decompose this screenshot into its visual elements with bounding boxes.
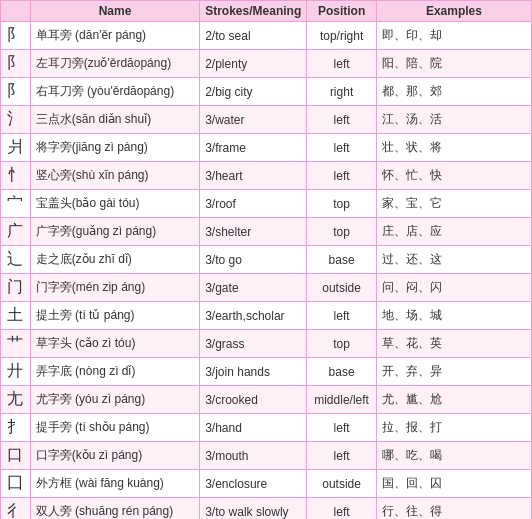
radical-position: left <box>307 442 377 470</box>
radical-name: 将字旁(jiāng zì páng) <box>30 134 199 162</box>
radical-position: left <box>307 498 377 520</box>
radical-examples: 问、闷、闪 <box>376 274 531 302</box>
radical-examples: 都、那、郊 <box>376 78 531 106</box>
radical-position: top <box>307 330 377 358</box>
col-header-strokes: Strokes/Meaning <box>200 1 307 22</box>
radical-examples: 怀、忙、快 <box>376 162 531 190</box>
radical-position: left <box>307 414 377 442</box>
radical-char: 辶 <box>1 246 31 274</box>
radical-strokes: 3/crooked <box>200 386 307 414</box>
radical-name: 弄字底 (nòng zì dǐ) <box>30 358 199 386</box>
radical-examples: 草、花、英 <box>376 330 531 358</box>
radical-examples: 即、印、却 <box>376 22 531 50</box>
radical-strokes: 3/mouth <box>200 442 307 470</box>
radical-examples: 江、汤、活 <box>376 106 531 134</box>
radical-char: 阝 <box>1 50 31 78</box>
radical-examples: 尤、尴、尬 <box>376 386 531 414</box>
radical-char: 门 <box>1 274 31 302</box>
table-row: 广广字旁(guǎng zì páng)3/sheltertop庄、店、应 <box>1 218 532 246</box>
col-header-examples: Examples <box>376 1 531 22</box>
radical-char: 氵 <box>1 106 31 134</box>
radical-strokes: 3/join hands <box>200 358 307 386</box>
table-row: 尢尤字旁 (yóu zì páng)3/crookedmiddle/left尤、… <box>1 386 532 414</box>
radicals-table: Name Strokes/Meaning Position Examples 阝… <box>0 0 532 519</box>
radical-name: 左耳刀旁(zuǒ'ěrdāopáng) <box>30 50 199 78</box>
radical-char: 彳 <box>1 498 31 520</box>
radical-examples: 拉、报、打 <box>376 414 531 442</box>
radical-strokes: 3/enclosure <box>200 470 307 498</box>
radical-char: 阝 <box>1 22 31 50</box>
radical-name: 广字旁(guǎng zì páng) <box>30 218 199 246</box>
radical-name: 外方框 (wài fāng kuàng) <box>30 470 199 498</box>
table-row: 氵三点水(sān diǎn shuǐ)3/waterleft江、汤、活 <box>1 106 532 134</box>
table-row: 彳双人旁 (shuāng rén páng)3/to walk slowlyle… <box>1 498 532 520</box>
table-row: 阝左耳刀旁(zuǒ'ěrdāopáng)2/plentyleft阳、陪、院 <box>1 50 532 78</box>
table-row: 廾弄字底 (nòng zì dǐ)3/join handsbase开、弃、异 <box>1 358 532 386</box>
radical-position: left <box>307 162 377 190</box>
radical-char: 扌 <box>1 414 31 442</box>
radical-strokes: 3/water <box>200 106 307 134</box>
radical-examples: 哪、吃、喝 <box>376 442 531 470</box>
radical-strokes: 3/roof <box>200 190 307 218</box>
table-row: 忄竖心旁(shù xīn páng)3/heartleft怀、忙、快 <box>1 162 532 190</box>
table-row: 爿将字旁(jiāng zì páng)3/frameleft壮、状、将 <box>1 134 532 162</box>
radical-char: 尢 <box>1 386 31 414</box>
table-row: 辶走之底(zǒu zhī dǐ)3/to gobase过、还、这 <box>1 246 532 274</box>
radical-char: 囗 <box>1 470 31 498</box>
col-header-char <box>1 1 31 22</box>
radical-name: 竖心旁(shù xīn páng) <box>30 162 199 190</box>
radical-char: 口 <box>1 442 31 470</box>
radical-name: 提手旁 (tí shǒu páng) <box>30 414 199 442</box>
radical-name: 双人旁 (shuāng rén páng) <box>30 498 199 520</box>
table-row: 门门字旁(mén zip áng)3/gateoutside问、闷、闪 <box>1 274 532 302</box>
radical-strokes: 3/heart <box>200 162 307 190</box>
radical-name: 宝盖头(bǎo gài tóu) <box>30 190 199 218</box>
radical-name: 尤字旁 (yóu zì páng) <box>30 386 199 414</box>
radical-strokes: 3/earth,scholar <box>200 302 307 330</box>
table-row: 囗外方框 (wài fāng kuàng)3/enclosureoutside国… <box>1 470 532 498</box>
radical-char: 爿 <box>1 134 31 162</box>
radical-name: 提土旁 (tí tǔ páng) <box>30 302 199 330</box>
radical-char: 忄 <box>1 162 31 190</box>
col-header-position: Position <box>307 1 377 22</box>
radical-examples: 过、还、这 <box>376 246 531 274</box>
radical-strokes: 2/big city <box>200 78 307 106</box>
radical-name: 草字头 (cǎo zì tóu) <box>30 330 199 358</box>
radical-position: outside <box>307 274 377 302</box>
radical-strokes: 2/to seal <box>200 22 307 50</box>
radical-position: top <box>307 218 377 246</box>
table-row: 口口字旁(kǒu zì páng)3/mouthleft哪、吃、喝 <box>1 442 532 470</box>
radical-name: 三点水(sān diǎn shuǐ) <box>30 106 199 134</box>
radical-examples: 壮、状、将 <box>376 134 531 162</box>
radical-strokes: 3/gate <box>200 274 307 302</box>
radical-name: 右耳刀旁 (yòu'ěrdāopáng) <box>30 78 199 106</box>
radical-examples: 家、宝、它 <box>376 190 531 218</box>
radical-char: 广 <box>1 218 31 246</box>
radical-position: left <box>307 106 377 134</box>
radical-position: left <box>307 134 377 162</box>
radical-examples: 行、往、得 <box>376 498 531 520</box>
radical-position: right <box>307 78 377 106</box>
radical-name: 口字旁(kǒu zì páng) <box>30 442 199 470</box>
radical-name: 门字旁(mén zip áng) <box>30 274 199 302</box>
radical-strokes: 3/to walk slowly <box>200 498 307 520</box>
radical-examples: 庄、店、应 <box>376 218 531 246</box>
radical-strokes: 3/grass <box>200 330 307 358</box>
radical-name: 单耳旁 (dān'ěr páng) <box>30 22 199 50</box>
radical-char: 土 <box>1 302 31 330</box>
radical-position: outside <box>307 470 377 498</box>
radical-examples: 国、回、囚 <box>376 470 531 498</box>
radical-strokes: 3/to go <box>200 246 307 274</box>
table-row: 土提土旁 (tí tǔ páng)3/earth,scholarleft地、场、… <box>1 302 532 330</box>
radical-position: top <box>307 190 377 218</box>
table-row: 宀宝盖头(bǎo gài tóu)3/rooftop家、宝、它 <box>1 190 532 218</box>
table-row: 阝右耳刀旁 (yòu'ěrdāopáng)2/big cityright都、那、… <box>1 78 532 106</box>
radical-strokes: 2/plenty <box>200 50 307 78</box>
table-row: 阝单耳旁 (dān'ěr páng)2/to sealtop/right即、印、… <box>1 22 532 50</box>
radical-position: middle/left <box>307 386 377 414</box>
radical-position: top/right <box>307 22 377 50</box>
radical-char: 宀 <box>1 190 31 218</box>
col-header-name: Name <box>30 1 199 22</box>
radical-strokes: 3/frame <box>200 134 307 162</box>
radical-position: left <box>307 302 377 330</box>
